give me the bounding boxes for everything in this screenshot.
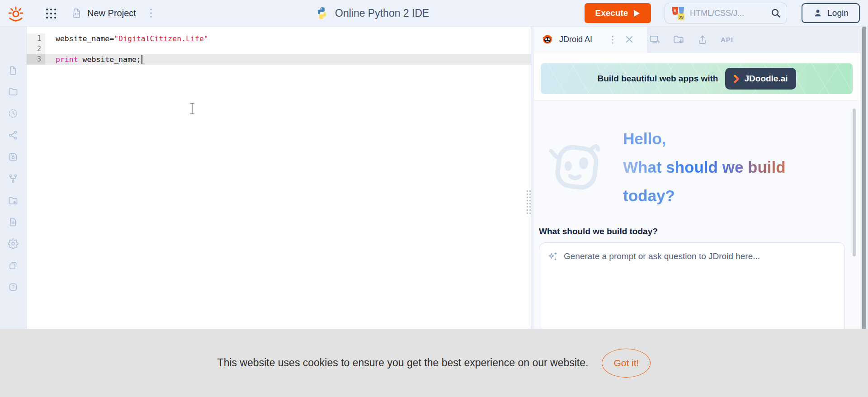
prompt-card[interactable]	[539, 242, 845, 329]
line-number: 3	[26, 54, 45, 65]
left-toolbar: ?	[0, 26, 27, 329]
project-name: New Project	[87, 8, 136, 19]
prompt-label: What should we build today?	[539, 227, 658, 236]
python-icon	[315, 6, 329, 20]
jdroid-prompt-input[interactable]	[564, 250, 837, 261]
top-bar: New Project Online Python 2 IDE Execute …	[0, 0, 868, 27]
file-code-icon	[71, 7, 83, 19]
sidebar-item-settings[interactable]	[8, 238, 19, 249]
jdroid-robot-icon	[542, 34, 553, 46]
jdroid-panel: JDroid AI A	[533, 26, 860, 329]
banner-text: Build beautiful web apps with	[597, 74, 718, 84]
jdoodle-logo-icon[interactable]	[6, 4, 25, 23]
tab-title: JDroid AI	[559, 35, 592, 44]
project-menu-kebab-icon[interactable]	[147, 7, 155, 19]
promo-banner-section: Build beautiful web apps with JDoodle.ai	[533, 53, 860, 101]
code-token-keyword: print	[56, 55, 78, 64]
code-lines: 1 website_name="DigitalCitizen.Life" 2 3…	[26, 33, 531, 65]
copy-icon	[8, 260, 19, 271]
got-it-button[interactable]: Got it!	[602, 349, 651, 378]
login-button[interactable]: Login	[802, 3, 860, 23]
html-css-js-icon: 5 JS	[670, 5, 686, 21]
chevron-right-icon	[733, 75, 740, 83]
sparkles-icon	[547, 250, 559, 262]
language-selector-label: HTML/CSS/J...	[690, 9, 766, 18]
close-icon[interactable]	[624, 34, 635, 45]
sidebar-item-help[interactable]: ?	[8, 282, 19, 293]
code-token-string: "DigitalCitizen.Life"	[114, 34, 208, 43]
folder-upload-icon	[8, 195, 19, 206]
code-token-plain: website_name;	[78, 55, 141, 64]
jdroid-panel-header: JDroid AI A	[533, 26, 860, 53]
sidebar-item-file[interactable]	[8, 65, 19, 76]
sidebar-item-git-branch[interactable]	[8, 173, 19, 184]
greeting-line-3: today?	[623, 181, 786, 210]
code-editor[interactable]: 1 website_name="DigitalCitizen.Life" 2 3…	[26, 26, 531, 329]
ide-title: Online Python 2 IDE	[335, 7, 429, 19]
upload-icon[interactable]	[697, 34, 708, 46]
code-line-1: 1 website_name="DigitalCitizen.Life"	[26, 33, 531, 44]
greeting-text: Hello, What should we build today?	[623, 124, 786, 210]
svg-text:JS: JS	[679, 15, 684, 19]
greeting-line-2: What should we build	[623, 153, 786, 181]
save-icon	[8, 151, 19, 162]
tab-jdroid-ai[interactable]: JDroid AI	[533, 26, 648, 53]
folder-icon	[8, 86, 19, 97]
jdoodle-ide-app: New Project Online Python 2 IDE Execute …	[0, 0, 868, 397]
search-icon[interactable]	[770, 8, 781, 19]
sidebar-item-folder-upload[interactable]	[8, 195, 19, 206]
panel-toolbar: API	[649, 26, 733, 53]
folder-download-icon[interactable]	[673, 34, 684, 46]
file-download-icon	[8, 217, 19, 227]
code-line-2: 2	[26, 44, 531, 54]
greeting-line-1: Hello,	[623, 124, 786, 153]
sidebar-item-copy[interactable]	[8, 260, 19, 271]
apps-grid-icon[interactable]	[45, 8, 57, 19]
sidebar-item-share[interactable]	[8, 130, 19, 141]
svg-text:5: 5	[674, 8, 676, 13]
code-line-3-active: 3 print website_name;	[26, 54, 531, 65]
svg-text:?: ?	[12, 284, 14, 290]
sidebar-item-history[interactable]	[8, 108, 19, 119]
language-selector[interactable]: 5 JS HTML/CSS/J...	[665, 3, 787, 24]
help-icon: ?	[8, 282, 19, 293]
page-scrollbar-thumb[interactable]	[862, 26, 866, 335]
robot-illustration	[545, 137, 608, 196]
line-number: 1	[26, 33, 45, 44]
project-name-button[interactable]: New Project	[71, 6, 136, 20]
panel-drag-handle[interactable]	[526, 190, 532, 214]
gear-icon	[8, 238, 19, 249]
code-token-plain: website_name=	[56, 34, 114, 43]
preview-code-icon[interactable]	[649, 34, 660, 46]
sidebar-item-save[interactable]	[8, 151, 19, 162]
banner-button-label: JDoodle.ai	[744, 74, 788, 84]
git-branch-icon	[8, 173, 19, 184]
jdoodle-ai-button[interactable]: JDoodle.ai	[725, 68, 796, 90]
cookie-consent-bar: This website uses cookies to ensure you …	[0, 329, 868, 397]
history-clock-icon	[8, 108, 19, 119]
greeting-block: Hello, What should we build today?	[533, 124, 860, 228]
text-caret	[142, 55, 142, 64]
sidebar-item-folder[interactable]	[8, 86, 19, 97]
sidebar-item-file-download[interactable]	[8, 217, 19, 227]
line-number: 2	[26, 44, 45, 54]
play-icon	[633, 9, 640, 17]
panel-resize-divider[interactable]	[531, 26, 534, 329]
api-button[interactable]: API	[721, 36, 733, 43]
page-title: Online Python 2 IDE	[315, 6, 429, 20]
panel-scrollbar-thumb[interactable]	[853, 109, 856, 256]
tab-menu-kebab-icon[interactable]	[609, 34, 616, 46]
file-icon	[8, 65, 19, 76]
jdoodle-ai-banner[interactable]: Build beautiful web apps with JDoodle.ai	[541, 63, 853, 94]
mouse-ibeam-cursor	[189, 102, 195, 115]
execute-button[interactable]: Execute	[585, 3, 651, 23]
cookie-message: This website uses cookies to ensure you …	[217, 357, 589, 369]
share-icon	[8, 130, 19, 141]
user-icon	[813, 8, 823, 18]
